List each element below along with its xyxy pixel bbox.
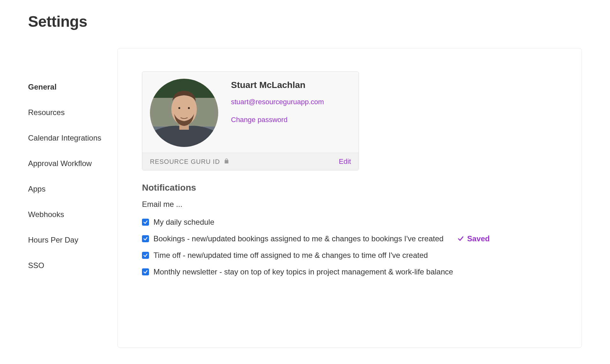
sidebar-item-calendar-integrations[interactable]: Calendar Integrations [28,125,117,151]
svg-rect-8 [225,160,228,163]
sidebar-item-apps[interactable]: Apps [28,176,117,202]
checkbox-label[interactable]: Monthly newsletter - stay on top of key … [153,267,453,276]
profile-name: Stuart McLachlan [231,80,324,90]
svg-point-6 [178,107,180,109]
notification-row-daily-schedule: My daily schedule [142,218,557,227]
sidebar-item-webhooks[interactable]: Webhooks [28,202,117,227]
checkbox-daily-schedule[interactable] [142,219,149,226]
saved-badge: Saved [458,234,490,243]
sidebar-item-label: Hours Per Day [28,236,78,244]
resource-guru-id-label: RESOURCE GURU ID [150,158,229,165]
sidebar-item-label: General [28,83,56,91]
notifications-subheading: Email me ... [142,200,557,209]
sidebar-item-label: SSO [28,261,44,270]
sidebar-item-label: Resources [28,108,65,117]
page-title: Settings [28,13,582,30]
lock-icon [224,158,229,165]
profile-card: Stuart McLachlan stuart@resourceguruapp.… [142,71,359,171]
settings-content: Stuart McLachlan stuart@resourceguruapp.… [117,48,582,348]
checkbox-time-off[interactable] [142,252,149,259]
id-label-text: RESOURCE GURU ID [150,158,220,165]
svg-point-5 [171,93,197,125]
checkbox-bookings[interactable] [142,235,149,242]
edit-profile-link[interactable]: Edit [339,157,351,166]
svg-point-7 [188,107,190,109]
sidebar-item-general[interactable]: General [28,74,117,100]
notification-row-newsletter: Monthly newsletter - stay on top of key … [142,267,557,276]
sidebar-item-label: Apps [28,185,46,193]
notification-row-bookings: Bookings - new/updated bookings assigned… [142,234,557,243]
sidebar-item-sso[interactable]: SSO [28,253,117,278]
profile-email-link[interactable]: stuart@resourceguruapp.com [231,98,324,106]
sidebar-item-label: Webhooks [28,210,64,219]
sidebar-item-resources[interactable]: Resources [28,100,117,125]
check-icon [458,236,464,242]
sidebar-item-label: Calendar Integrations [28,134,101,142]
sidebar-item-hours-per-day[interactable]: Hours Per Day [28,227,117,253]
checkbox-label[interactable]: Bookings - new/updated bookings assigned… [153,234,443,243]
avatar [150,79,218,147]
checkbox-newsletter[interactable] [142,268,149,275]
saved-label: Saved [467,234,490,243]
checkbox-label[interactable]: Time off - new/updated time off assigned… [153,251,428,260]
change-password-link[interactable]: Change password [231,116,324,124]
notification-row-time-off: Time off - new/updated time off assigned… [142,251,557,260]
sidebar-item-approval-workflow[interactable]: Approval Workflow [28,151,117,176]
checkbox-label[interactable]: My daily schedule [153,218,214,227]
settings-sidebar: General Resources Calendar Integrations … [28,48,117,278]
sidebar-item-label: Approval Workflow [28,159,92,168]
notifications-heading: Notifications [142,183,557,193]
